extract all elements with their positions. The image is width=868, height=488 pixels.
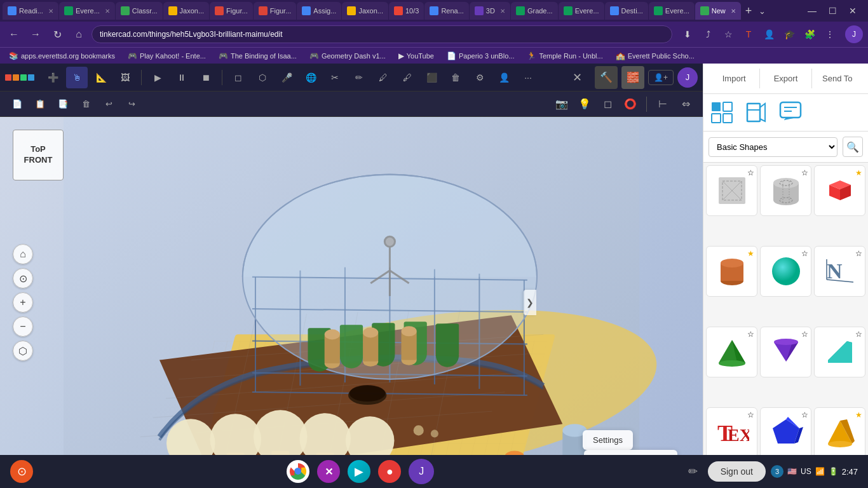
red-taskbar-icon[interactable]: ● <box>378 460 401 483</box>
pen2-tool[interactable]: 🖊 <box>372 67 394 88</box>
panel-collapse-button[interactable]: ❯ <box>524 290 536 315</box>
tinkercad-logo[interactable] <box>5 74 34 81</box>
menu-icon[interactable]: ⋮ <box>821 25 839 43</box>
shape-pentagon[interactable]: ☆ <box>760 407 811 458</box>
forward-button[interactable]: → <box>27 25 44 43</box>
tc-block-icon[interactable]: 🧱 <box>621 66 644 89</box>
favorite-icon[interactable]: ☆ <box>801 410 808 419</box>
favorite-icon[interactable]: ★ <box>747 249 754 258</box>
hex-tool[interactable]: ⬡ <box>252 67 273 88</box>
mirror-icon[interactable]: ⇔ <box>676 95 695 114</box>
tab-jaxon2[interactable]: Jaxon... <box>342 2 388 20</box>
settings-overlay[interactable]: Settings <box>583 430 633 450</box>
mic-tool[interactable]: 🎤 <box>276 67 297 88</box>
tab-figma1[interactable]: Figur... <box>210 2 253 20</box>
favorite-icon[interactable]: ☆ <box>747 330 754 339</box>
profile-ext-icon[interactable]: 👤 <box>760 25 778 43</box>
shape-search-button[interactable]: 🔍 <box>843 137 863 157</box>
tab-rena[interactable]: Rena... <box>424 2 468 20</box>
close-button[interactable]: ✕ <box>845 3 860 18</box>
favorite-icon[interactable]: ☆ <box>801 330 808 339</box>
tab-close-icon[interactable]: ✕ <box>500 8 505 15</box>
light-icon[interactable]: 💡 <box>575 95 594 114</box>
ubuntu-app-icon[interactable]: ⊙ <box>10 460 33 483</box>
stop-button[interactable]: ⏹ <box>195 67 217 88</box>
bookmark-everett[interactable]: 🏫 Everett Public Scho... <box>612 50 698 62</box>
sign-out-button[interactable]: Sign out <box>708 461 766 482</box>
favorite-icon[interactable]: ★ <box>855 410 862 419</box>
bookmark-youtube[interactable]: ▶ YouTube <box>395 50 438 62</box>
delete-button[interactable]: 🗑 <box>76 95 95 114</box>
download-icon[interactable]: ⬇ <box>679 25 696 43</box>
tab-everett3[interactable]: Evere... <box>649 2 695 20</box>
shape-text-red[interactable]: ☆ T EXT <box>706 407 757 458</box>
home-view-button[interactable]: ⌂ <box>13 244 33 264</box>
send-to-button[interactable]: Send To <box>812 69 863 88</box>
zoom-out-button[interactable]: − <box>13 316 33 337</box>
favorite-icon[interactable]: ☆ <box>747 410 754 419</box>
panel-close-button[interactable]: ✕ <box>568 68 587 87</box>
add-shape-button[interactable]: ➕ <box>42 67 64 88</box>
shape-pyramid-purple[interactable]: ☆ <box>760 327 811 377</box>
favorite-icon[interactable]: ☆ <box>855 330 862 339</box>
bookmark-geometry[interactable]: 🎮 Geometry Dash v1... <box>306 50 390 62</box>
copy-button[interactable]: 📑 <box>53 95 72 114</box>
share-icon[interactable]: ⤴ <box>699 25 717 43</box>
tab-overflow-button[interactable]: ⌄ <box>756 6 768 16</box>
refresh-button[interactable]: ↻ <box>48 25 66 43</box>
edu-ext-icon[interactable]: 🎓 <box>780 25 798 43</box>
ruler-tool[interactable]: 📐 <box>90 67 112 88</box>
redo-button[interactable]: ↪ <box>122 95 141 114</box>
comment-panel-button[interactable] <box>775 97 806 128</box>
tab-close-icon[interactable]: ✕ <box>105 8 110 15</box>
tab-new[interactable]: New ✕ <box>695 2 741 20</box>
fit-view-button[interactable]: ⊙ <box>13 268 33 288</box>
bookmark-paperio[interactable]: 📄 Paperio 3 unBlo... <box>443 50 518 62</box>
add-user-button[interactable]: 👤+ <box>648 70 674 85</box>
minimize-button[interactable]: — <box>804 3 820 18</box>
edit-pen-icon[interactable]: ✏ <box>688 464 698 478</box>
trash-tool[interactable]: 🗑 <box>445 67 466 88</box>
grid-panel-button[interactable] <box>706 97 738 128</box>
shape-pyramid-green[interactable]: ☆ <box>706 327 757 377</box>
tab-jaxon1[interactable]: Jaxon... <box>163 2 210 20</box>
user-avatar[interactable]: J <box>845 25 863 43</box>
circle-tool-icon[interactable]: ⭕ <box>621 95 640 114</box>
play-button[interactable]: ▶ <box>147 67 168 88</box>
tab-everett2[interactable]: Evere... <box>559 2 604 20</box>
zoom-in-button[interactable]: + <box>13 292 33 313</box>
tab-everett1[interactable]: Evere... ✕ <box>59 2 115 20</box>
favorite-icon[interactable]: ☆ <box>855 249 862 258</box>
image-tool[interactable]: 🖼 <box>114 67 136 88</box>
favorite-icon[interactable]: ☆ <box>747 168 754 177</box>
favorite-icon[interactable]: ★ <box>855 168 862 177</box>
view-cube[interactable]: ToP FRONT <box>13 130 70 193</box>
shape-wedge[interactable]: ☆ <box>814 327 865 377</box>
cube-box[interactable]: ToP FRONT <box>13 130 64 180</box>
camera-icon[interactable]: 📷 <box>552 95 571 114</box>
more-tool[interactable]: ··· <box>517 67 539 88</box>
extensions-icon[interactable]: 🧩 <box>801 25 818 43</box>
new-design-button[interactable]: 📄 <box>8 95 27 114</box>
user-tool[interactable]: 👤 <box>493 67 515 88</box>
select-tool[interactable]: 🖱 <box>66 67 88 88</box>
canvas-3d[interactable]: ToP FRONT ⌂ ⊙ + − ⬡ Settings Snap Grid <box>0 117 703 488</box>
bookmark-icon[interactable]: ☆ <box>719 25 737 43</box>
import-button[interactable]: Import <box>709 69 760 88</box>
bookmark-kahoot[interactable]: 🎮 Play Kahoot! - Ente... <box>124 50 210 62</box>
bookmark-temple[interactable]: 🏃 Temple Run - Unbl... <box>523 50 606 62</box>
user-avatar-tc[interactable]: J <box>677 67 698 88</box>
shape-tool-icon[interactable]: ◻ <box>598 95 617 114</box>
back-button[interactable]: ← <box>5 25 23 43</box>
favorite-icon[interactable]: ☆ <box>801 249 808 258</box>
tab-reading[interactable]: Readi... ✕ <box>3 2 58 20</box>
tab-grade[interactable]: Grade... <box>511 2 558 20</box>
pause-button[interactable]: ⏸ <box>171 67 193 88</box>
align-left-icon[interactable]: ⊢ <box>653 95 672 114</box>
shape-cylinder-solid[interactable]: ★ <box>706 246 757 297</box>
new-tab-button[interactable]: + <box>742 4 756 18</box>
chrome-taskbar-icon[interactable] <box>287 460 309 483</box>
url-bar[interactable]: tinkercad.com/things/heh5Lvgbo3I-brillia… <box>92 25 672 43</box>
shape-cylinder-hole[interactable]: ☆ <box>760 165 811 216</box>
settings-tool[interactable]: ⚙ <box>469 67 491 88</box>
